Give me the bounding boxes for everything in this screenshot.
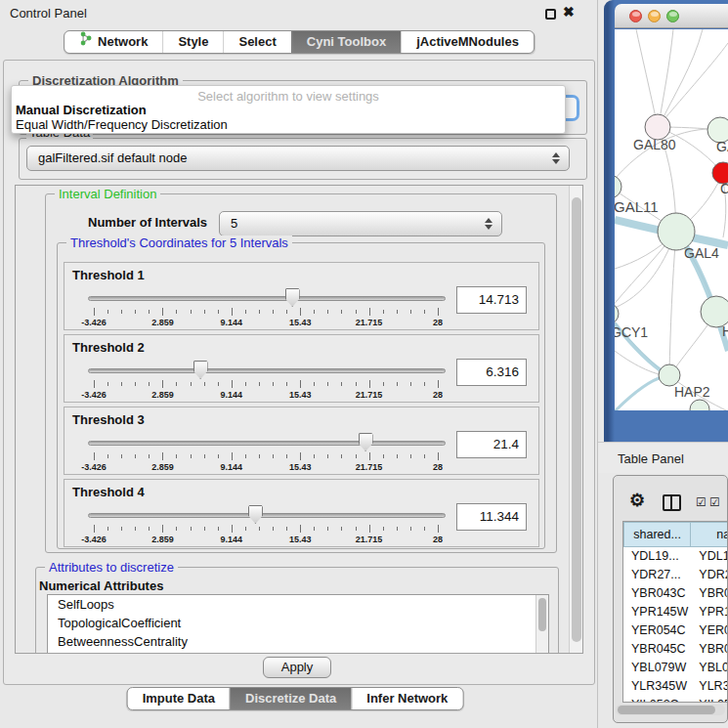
table-row[interactable]: YBL079WYBL079W xyxy=(623,659,728,677)
interval-definition-title: Interval Definition xyxy=(55,187,160,201)
table-cell: YBR045C xyxy=(623,640,691,659)
table-cell: YER054C xyxy=(623,621,691,640)
table-row[interactable]: YIL052CYIL052C xyxy=(623,696,728,703)
network-node-label: GAL4 xyxy=(684,245,719,261)
tab-label: Infer Network xyxy=(366,688,448,709)
network-edge[interactable] xyxy=(615,314,666,374)
network-edge[interactable] xyxy=(669,232,676,372)
table-row[interactable]: YER054CYER054C xyxy=(623,621,728,640)
table-row[interactable]: YDR27...YDR27 xyxy=(623,566,728,584)
tab-label: jActiveMNodules xyxy=(416,31,519,53)
column-view-icon[interactable] xyxy=(663,494,681,511)
threshold-slider-thumb[interactable] xyxy=(248,505,263,524)
close-window-icon[interactable] xyxy=(629,10,642,22)
table-cell: YBR045C xyxy=(691,640,728,659)
threshold-label: Threshold 4 xyxy=(72,485,145,499)
menu-item-equal-width-frequency-discretization[interactable]: Equal Width/Frequency Discretization xyxy=(16,117,228,132)
list-item-topologicalcoefficient[interactable]: TopologicalCoefficient xyxy=(48,614,548,632)
numerical-attributes-list[interactable]: SelfLoopsTopologicalCoefficientBetweenne… xyxy=(47,594,549,654)
attributes-list-scrollbar[interactable] xyxy=(535,595,548,654)
minimize-window-icon[interactable] xyxy=(648,10,661,22)
apply-button[interactable]: Apply xyxy=(263,657,331,678)
slider-tick-labels: -3.4262.8599.14415.4321.71528 xyxy=(94,390,438,401)
threshold-slider-track[interactable] xyxy=(88,513,446,518)
tab-label: Discretize Data xyxy=(245,688,336,709)
list-item-betweennesscentrality[interactable]: BetweennessCentrality xyxy=(48,632,548,651)
algorithm-dropdown-popup: Select algorithm to view settings Manual… xyxy=(11,85,566,134)
control-panel-title: Control Panel xyxy=(10,6,87,21)
slider-tick-marks xyxy=(94,452,438,461)
number-of-intervals-value: 5 xyxy=(231,216,237,231)
tab-jactivemnodules[interactable]: jActiveMNodules xyxy=(401,31,534,53)
list-item-selfloops[interactable]: SelfLoops xyxy=(48,595,548,614)
tab-cyni-toolbox[interactable]: Cyni Toolbox xyxy=(291,31,401,53)
menu-item-manual-discretization[interactable]: Manual Discretization xyxy=(16,103,147,117)
network-node[interactable] xyxy=(659,364,680,386)
table-cell: YPR145W xyxy=(623,603,691,621)
combo-arrows-icon xyxy=(485,217,492,231)
table-cell: YDR27 xyxy=(691,566,728,584)
threshold-slider-thumb[interactable] xyxy=(193,361,208,379)
checkbox-icon[interactable]: ☑ xyxy=(696,495,707,509)
network-window-titlebar[interactable] xyxy=(615,4,728,28)
tab-label: Impute Data xyxy=(143,688,215,709)
tab-network[interactable]: Network xyxy=(64,31,162,53)
table-row[interactable]: YLR345WYLR345W xyxy=(623,677,728,696)
table-data-selected-value: galFiltered.sif default node xyxy=(38,150,187,165)
network-edge[interactable] xyxy=(660,29,703,125)
table-cell: YLR345W xyxy=(691,677,728,696)
tab-infer-network[interactable]: Infer Network xyxy=(351,688,462,709)
table-data-select[interactable]: galFiltered.sif default node xyxy=(26,146,570,171)
tab-style[interactable]: Style xyxy=(162,31,223,53)
threshold-label: Threshold 3 xyxy=(72,412,145,427)
table-row[interactable]: YPR145WYPR145W xyxy=(623,603,728,621)
attributes-group-title: Attributes to discretize xyxy=(45,560,178,575)
close-icon[interactable]: ✖ xyxy=(563,4,575,20)
threshold-value-field[interactable]: 11.344 xyxy=(456,503,527,531)
settings-vertical-scrollbar[interactable] xyxy=(569,186,582,653)
algorithm-placeholder-item[interactable]: Select algorithm to view settings xyxy=(12,89,565,104)
network-edge[interactable] xyxy=(658,43,728,127)
network-node[interactable] xyxy=(615,175,621,198)
network-edge-highlighted[interactable] xyxy=(615,376,664,410)
threshold-slider-track[interactable] xyxy=(88,441,446,446)
slider-tick-labels: -3.4262.8599.14415.4321.71528 xyxy=(94,535,438,545)
zoom-window-icon[interactable] xyxy=(666,10,679,22)
scrollbar-thumb[interactable] xyxy=(618,706,715,714)
slider-tick-marks xyxy=(94,525,438,534)
column-header-name[interactable]: name xyxy=(691,522,728,547)
network-node[interactable] xyxy=(690,400,709,410)
control-panel: Control Panel ✖ NetworkStyleSelectCyni T… xyxy=(0,0,598,728)
column-header-shared[interactable]: shared... xyxy=(623,522,691,547)
float-window-icon[interactable] xyxy=(545,9,556,20)
threshold-slider-track[interactable] xyxy=(88,368,446,373)
network-view-window: GAL80GACGAL11GAL4GCY1HHAP2 xyxy=(604,0,728,442)
threshold-value-field[interactable]: 21.4 xyxy=(456,431,527,458)
node-attribute-table[interactable]: shared...name YDL19...YDL19YDR27...YDR27… xyxy=(622,521,728,703)
checkbox-icon[interactable]: ☑ xyxy=(709,495,720,509)
scrollbar-thumb[interactable] xyxy=(572,197,581,642)
network-node-label: GAL11 xyxy=(615,198,659,215)
threshold-value-field[interactable]: 6.316 xyxy=(456,359,527,386)
threshold-slider-thumb[interactable] xyxy=(359,433,373,451)
tab-select[interactable]: Select xyxy=(223,31,290,53)
threshold-slider-thumb[interactable] xyxy=(285,288,300,307)
threshold-value-field[interactable]: 14.713 xyxy=(456,286,527,314)
threshold-slider-track[interactable] xyxy=(88,296,446,301)
network-canvas[interactable]: GAL80GACGAL11GAL4GCY1HHAP2 xyxy=(615,29,728,410)
tab-discretize-data[interactable]: Discretize Data xyxy=(230,688,351,709)
network-icon xyxy=(79,31,93,53)
table-row[interactable]: YDL19...YDL19 xyxy=(623,547,728,566)
cyni-toolbox-panel: Discretization Algorithm Select algorith… xyxy=(3,60,595,685)
threshold-label: Threshold 2 xyxy=(72,340,145,355)
threshold-panel-1: Threshold 1-3.4262.8599.14415.4321.71528… xyxy=(64,262,539,330)
table-row[interactable]: YBR045CYBR045C xyxy=(623,640,728,659)
number-of-intervals-select[interactable]: 5 xyxy=(219,211,502,236)
network-edge[interactable] xyxy=(636,29,658,127)
table-cell: YDL19 xyxy=(691,547,728,566)
tab-impute-data[interactable]: Impute Data xyxy=(128,688,230,709)
table-row[interactable]: YBR043CYBR043C xyxy=(623,584,728,603)
table-cell: YBL079W xyxy=(623,659,691,677)
gear-icon[interactable]: ⚙ xyxy=(629,490,645,511)
table-horizontal-scrollbar[interactable] xyxy=(616,705,725,715)
